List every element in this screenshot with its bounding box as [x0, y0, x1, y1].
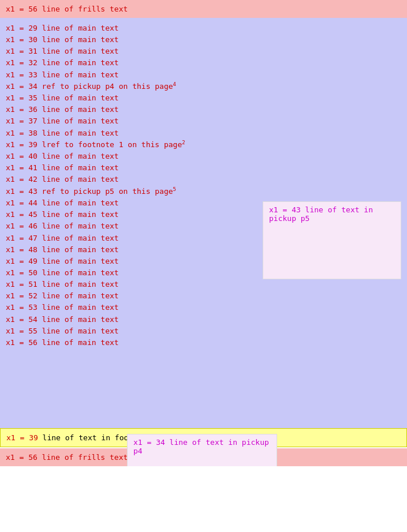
list-item: x1 = 30 line of main text: [6, 34, 401, 46]
list-item: x1 = 31 line of main text: [6, 46, 401, 57]
frills-bottom-text: x1 = 56 line of frills text: [6, 453, 128, 462]
pickup-p5-label: x1 = 43 line of text in pickup p5: [269, 205, 373, 223]
frills-top-text: x1 = 56 line of frills text: [6, 5, 128, 13]
list-item: x1 = 35 line of main text: [6, 92, 401, 104]
list-item: x1 = 37 line of main text: [6, 115, 401, 127]
list-item: x1 = 33 line of main text: [6, 69, 401, 81]
list-item: x1 = 39 lref to footnote 1 on this page2: [6, 139, 401, 151]
list-item: x1 = 41 line of main text: [6, 162, 401, 174]
pickup-p4-label: x1 = 34 line of text in pickup p4: [133, 438, 269, 455]
list-item: x1 = 53 line of main text: [6, 302, 401, 313]
main-lines-container: x1 = 29 line of main text x1 = 30 line o…: [6, 23, 401, 349]
list-item: x1 = 40 line of main text: [6, 151, 401, 162]
list-item: x1 = 32 line of main text: [6, 57, 401, 69]
list-item: x1 = 42 line of main text: [6, 174, 401, 185]
list-item: x1 = 55 line of main text: [6, 325, 401, 337]
main-section: x1 = 29 line of main text x1 = 30 line o…: [0, 18, 407, 353]
list-item: x1 = 38 line of main text: [6, 128, 401, 139]
pickup-p4-box: x1 = 34 line of text in pickup p4: [127, 434, 277, 466]
list-item: x1 = 34 ref to pickup p4 on this page4: [6, 81, 401, 92]
frills-bar-top: x1 = 56 line of frills text: [0, 0, 407, 18]
list-item: x1 = 29 line of main text: [6, 23, 401, 34]
list-item: x1 = 54 line of main text: [6, 314, 401, 325]
list-item: x1 = 52 line of main text: [6, 290, 401, 302]
list-item: x1 = 56 line of main text: [6, 337, 401, 349]
footnote-x-part: x1 = 39: [6, 433, 38, 442]
list-item: x1 = 36 line of main text: [6, 104, 401, 115]
list-item: x1 = 43 ref to pickup p5 on this page5: [6, 186, 401, 197]
list-item: x1 = 51 line of main text: [6, 279, 401, 290]
gap-section: x1 = 34 line of text in pickup p4: [0, 353, 407, 428]
pickup-p5-box: x1 = 43 line of text in pickup p5: [263, 201, 401, 279]
